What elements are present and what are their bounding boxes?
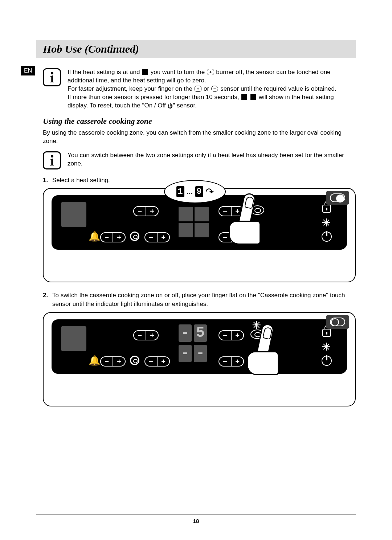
timer-display: [61, 326, 86, 351]
minus-plus-control[interactable]: −+: [144, 356, 170, 367]
lock-icon[interactable]: [322, 329, 331, 337]
minus-plus-control[interactable]: −+: [100, 232, 126, 242]
power-icon: ⏻: [167, 103, 173, 109]
power-button[interactable]: [322, 232, 332, 242]
dual-zone-icon[interactable]: [130, 356, 139, 365]
lock-icon[interactable]: [322, 205, 331, 213]
info-text-1: If the heat setting is at and you want t…: [68, 68, 356, 110]
intro-paragraph: By using the casserole cooking zone, you…: [43, 129, 356, 146]
minus-plus-control[interactable]: −+: [100, 356, 126, 367]
footer-rule: [36, 514, 356, 515]
digit-9: 9: [195, 186, 203, 197]
repeat-arrow-icon: ↷: [205, 186, 214, 198]
hand-pointer-icon: [240, 324, 284, 375]
dual-zone-icon[interactable]: [130, 232, 139, 241]
info-icon: 1: [43, 68, 61, 86]
page-number: 18: [0, 518, 392, 524]
speech-bubble: 1 … 9 ↷: [164, 180, 226, 203]
zone-heat-display: - 5: [179, 324, 207, 342]
page-title: Hob Use (Continued): [43, 43, 349, 55]
step-2: 2. To switch the casserole cooking zone …: [43, 291, 356, 308]
info-icon: 1: [43, 151, 61, 169]
zone-display-grid: [179, 207, 210, 238]
bell-icon: 🔔: [89, 231, 100, 242]
section-title-bar: Hob Use (Continued): [36, 40, 356, 58]
error-block-icon: [241, 94, 247, 100]
plus-sensor-icon: +: [207, 69, 214, 75]
info-note-2: 1 You can switch between the two zone se…: [43, 151, 356, 169]
brightness-icon: [322, 343, 330, 351]
error-block-icon: [250, 94, 256, 100]
brightness-icon: [322, 218, 330, 226]
control-panel: - 5 - - −+ −+ −+ −+ −+ 🔔: [52, 319, 347, 374]
figure-1: −+ −+ −+ −+ −+ 🔔 1 … 9 ↷: [43, 188, 356, 282]
timer-display: [61, 202, 86, 227]
casserole-toggle-indicator-on: [326, 191, 349, 205]
hand-pointer-icon: [222, 193, 266, 244]
info-text-2: You can switch between the two zone sett…: [68, 151, 356, 168]
subsection-heading: Using the casserole cooking zone: [43, 116, 356, 126]
minus-sensor-icon: −: [211, 86, 219, 92]
info-note-1: 1 If the heat setting is at and you want…: [43, 68, 356, 110]
bell-icon: 🔔: [89, 355, 100, 366]
digit-1: 1: [176, 186, 184, 197]
control-panel: −+ −+ −+ −+ −+ 🔔 1 … 9 ↷: [52, 195, 347, 250]
minus-plus-control[interactable]: −+: [133, 206, 159, 216]
language-badge: EN: [21, 66, 35, 75]
minus-plus-control[interactable]: −+: [144, 232, 170, 242]
power-button[interactable]: [322, 356, 332, 366]
plus-sensor-icon: +: [195, 86, 202, 92]
heat-level-block-icon: [142, 69, 148, 75]
figure-2: - 5 - - −+ −+ −+ −+ −+ 🔔: [43, 312, 356, 406]
zone-heat-display: - -: [179, 345, 207, 362]
minus-plus-control[interactable]: −+: [133, 330, 159, 340]
casserole-toggle-indicator-off: [326, 315, 349, 329]
